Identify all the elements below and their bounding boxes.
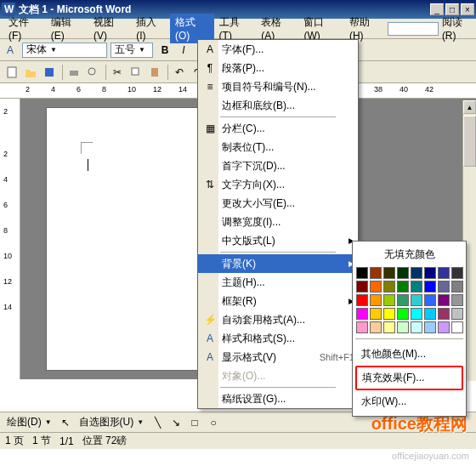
minimize-button[interactable]: _ (430, 3, 444, 15)
color-swatch[interactable] (411, 321, 422, 333)
copy-icon[interactable] (128, 64, 144, 81)
menu-item-revealformat[interactable]: A显示格式(V)Shift+F1 (198, 348, 358, 367)
menu-item-tabs[interactable]: 制表位(T)... (198, 138, 358, 156)
color-swatch[interactable] (451, 321, 463, 333)
scroll-up-icon[interactable]: ▲ (463, 100, 476, 114)
menu-item-font[interactable]: A字体(F)... (198, 40, 358, 59)
menu-item-columns[interactable]: ▦分栏(C)... (198, 119, 358, 138)
color-swatch[interactable] (411, 267, 422, 279)
color-swatch[interactable] (397, 267, 409, 279)
color-swatch[interactable] (356, 267, 368, 279)
fill-effects-button[interactable]: 填充效果(F)... (355, 366, 463, 390)
more-colors-button[interactable]: 其他颜色(M)... (355, 343, 463, 366)
maximize-button[interactable]: □ (445, 3, 459, 15)
watermark-button[interactable]: 水印(W)... (355, 390, 463, 413)
color-swatch[interactable] (451, 281, 463, 293)
color-swatch[interactable] (356, 294, 368, 306)
menu-item-autoformat[interactable]: ⚡自动套用格式(A)... (198, 310, 358, 329)
menu-item-paragraph[interactable]: ¶段落(P)... (198, 59, 358, 77)
menu-insert[interactable]: 插入(I) (131, 14, 170, 43)
bold-button[interactable]: B (156, 42, 173, 59)
autoshapes-menu[interactable]: 自选图形(U) (76, 415, 138, 429)
color-swatch[interactable] (411, 294, 422, 306)
menu-file[interactable]: 文件(F) (3, 14, 46, 43)
color-swatch[interactable] (383, 281, 395, 293)
color-swatch[interactable] (370, 267, 382, 279)
font-icon: A (201, 43, 218, 55)
undo-icon[interactable]: ↶ (171, 64, 188, 81)
color-swatch[interactable] (424, 321, 436, 333)
color-swatch[interactable] (411, 281, 422, 293)
paragraph-icon: ¶ (201, 62, 218, 74)
color-swatch[interactable] (370, 321, 382, 333)
color-swatch[interactable] (424, 281, 436, 293)
color-swatch[interactable] (370, 294, 382, 306)
color-swatch[interactable] (370, 281, 382, 293)
color-swatch[interactable] (397, 294, 409, 306)
read-label[interactable]: 阅读(R) (442, 15, 473, 42)
menu-item-dropcap[interactable]: 首字下沉(D)... (198, 156, 358, 175)
arrow-icon[interactable]: ↘ (167, 414, 184, 431)
line-icon[interactable]: ╲ (149, 414, 166, 431)
menu-edit[interactable]: 编辑(E) (46, 14, 88, 43)
color-swatch[interactable] (451, 308, 463, 320)
style-icon[interactable]: A (3, 42, 20, 59)
new-icon[interactable] (3, 64, 20, 81)
preview-icon[interactable] (84, 64, 101, 81)
color-swatch[interactable] (397, 321, 409, 333)
save-icon[interactable] (41, 64, 58, 81)
paste-icon[interactable] (146, 64, 163, 81)
oval-icon[interactable]: ○ (205, 414, 222, 431)
menu-item-theme[interactable]: 主题(H)... (198, 273, 358, 292)
menu-item-bullets[interactable]: ≡项目符号和编号(N)... (198, 77, 358, 96)
font-name-select[interactable]: 宋体▼ (22, 43, 107, 58)
color-swatch[interactable] (438, 294, 450, 306)
styles-icon: A (201, 332, 218, 344)
close-button[interactable]: × (461, 3, 474, 15)
draw-menu[interactable]: 绘图(D) (3, 415, 45, 429)
color-swatch[interactable] (424, 294, 436, 306)
color-swatch[interactable] (397, 308, 409, 320)
menu-item-changecase[interactable]: 更改大小写(E)... (198, 194, 358, 213)
color-swatch[interactable] (356, 308, 368, 320)
menu-item-styles[interactable]: A样式和格式(S)... (198, 329, 358, 348)
menu-view[interactable]: 视图(V) (88, 14, 131, 43)
bullets-icon: ≡ (201, 81, 218, 93)
open-icon[interactable] (22, 64, 39, 81)
menu-item-borders[interactable]: 边框和底纹(B)... (198, 96, 358, 115)
menu-item-frames[interactable]: 框架(R)▶ (198, 292, 358, 310)
menu-item-background[interactable]: 背景(K)▶ (198, 254, 358, 273)
menu-item-asianlayout[interactable]: 中文版式(L)▶ (198, 231, 358, 250)
nofill-button[interactable]: 无填充颜色 (355, 244, 463, 265)
textdir-icon: ⇅ (201, 179, 218, 190)
color-swatch[interactable] (383, 294, 395, 306)
color-swatch[interactable] (438, 321, 450, 333)
color-swatch[interactable] (356, 281, 368, 293)
color-swatch[interactable] (424, 267, 436, 279)
color-swatch[interactable] (356, 321, 368, 333)
color-swatch[interactable] (438, 308, 450, 320)
color-swatch[interactable] (370, 308, 382, 320)
select-icon[interactable]: ↖ (57, 414, 74, 431)
color-swatch[interactable] (438, 267, 450, 279)
svg-rect-4 (45, 68, 54, 77)
color-swatch[interactable] (397, 281, 409, 293)
menu-item-fitwidth[interactable]: 调整宽度(I)... (198, 213, 358, 231)
color-swatch[interactable] (383, 267, 395, 279)
font-size-select[interactable]: 五号▼ (110, 43, 153, 58)
color-swatch[interactable] (383, 308, 395, 320)
help-search-input[interactable] (388, 22, 439, 36)
rect-icon[interactable]: □ (186, 414, 203, 431)
menu-item-manuscript[interactable]: 稿纸设置(G)... (198, 389, 358, 408)
color-swatch[interactable] (438, 281, 450, 293)
color-swatch[interactable] (424, 308, 436, 320)
color-swatch[interactable] (451, 267, 463, 279)
print-icon[interactable] (65, 64, 82, 81)
color-swatch[interactable] (451, 294, 463, 306)
menu-item-textdir[interactable]: ⇅文字方向(X)... (198, 175, 358, 194)
color-swatch[interactable] (383, 321, 395, 333)
cut-icon[interactable]: ✂ (109, 64, 126, 81)
scroll-thumb[interactable] (463, 116, 476, 167)
italic-button[interactable]: I (175, 42, 192, 59)
color-swatch[interactable] (411, 308, 422, 320)
